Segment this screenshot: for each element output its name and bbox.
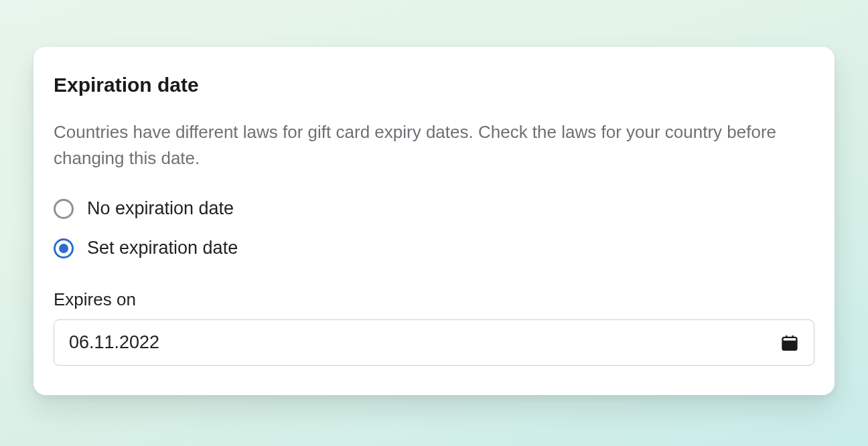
set-expiration-radio[interactable]: Set expiration date [54,238,814,258]
calendar-icon [780,333,799,352]
no-expiration-radio[interactable]: No expiration date [54,198,814,219]
radio-icon [54,238,74,258]
expiration-radio-group: No expiration date Set expiration date [54,198,814,258]
expiration-date-card: Expiration date Countries have different… [33,47,835,395]
date-text-input[interactable] [69,332,780,353]
svg-rect-1 [783,340,797,350]
card-title: Expiration date [54,74,814,96]
expires-on-label: Expires on [54,289,814,310]
expires-on-input[interactable] [54,319,814,366]
radio-label: No expiration date [87,198,234,219]
radio-label: Set expiration date [87,238,238,258]
card-description: Countries have different laws for gift c… [54,119,814,171]
radio-icon [54,199,74,219]
